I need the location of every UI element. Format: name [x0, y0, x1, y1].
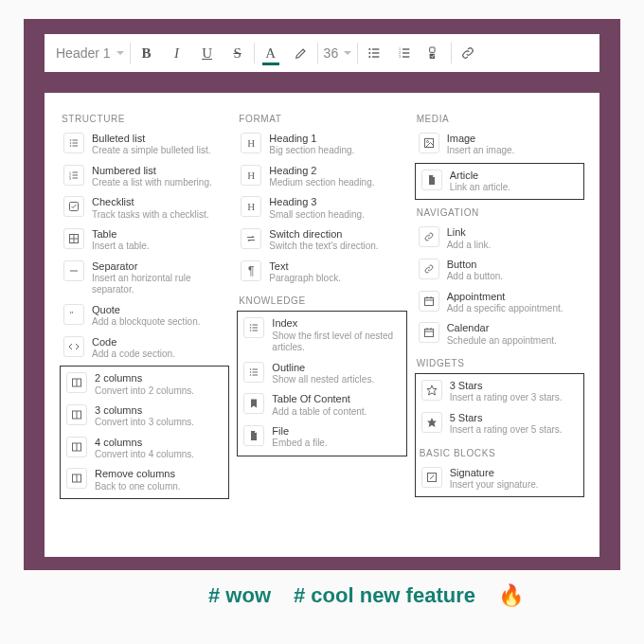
menu-item[interactable]: Checklist Track tasks with a checklist. [60, 192, 229, 224]
menu-item-title: Image [447, 133, 515, 145]
tag-feature: # cool new feature [294, 583, 475, 608]
menu-item-desc: Small section heading. [269, 209, 365, 222]
menu-item[interactable]: 3 Stars Insert a rating over 3 stars. [418, 376, 581, 408]
menu-item[interactable]: Link Add a link. [415, 223, 584, 255]
menu-item[interactable]: Code Add a code section. [60, 332, 229, 365]
menu-item[interactable]: Outline Show all nested articles. [240, 358, 403, 390]
menu-item[interactable]: ” Quote Add a blockquote section. [60, 300, 229, 332]
edit-icon [421, 467, 442, 488]
menu-item-title: Signature [450, 467, 539, 479]
menu-item[interactable]: Separator Insert an horizontal rule sepa… [60, 257, 229, 300]
ordered-list-button[interactable]: 123 [394, 43, 415, 63]
menu-item[interactable]: Appointment Add a specific appointment. [415, 287, 584, 319]
svg-rect-21 [73, 171, 79, 172]
link-icon [419, 226, 439, 247]
unordered-list-button[interactable] [364, 43, 385, 63]
menu-item-title: Heading 3 [269, 196, 365, 208]
svg-point-4 [369, 56, 371, 58]
svg-rect-12 [430, 47, 435, 52]
menu-item[interactable]: Table Of Content Add a table of content. [240, 389, 403, 421]
group-items: 3 Stars Insert a rating over 3 stars. 5 … [415, 373, 584, 497]
menu-item-title: Code [92, 336, 175, 349]
font-color-button[interactable]: A [260, 43, 281, 63]
cols-icon [66, 404, 87, 425]
menu-item[interactable]: Button Add a button. [415, 255, 584, 287]
group-items: Image Insert an image. [415, 129, 584, 161]
menu-item[interactable]: 123 Numbered list Create a list with num… [60, 161, 229, 193]
menu-item[interactable]: File Embed a file. [240, 421, 403, 454]
svg-point-0 [369, 48, 371, 50]
italic-button[interactable]: I [167, 43, 188, 63]
svg-rect-11 [402, 56, 409, 57]
menu-item-desc: Insert an image. [447, 145, 515, 157]
menu-item-title: File [272, 425, 327, 438]
svg-rect-9 [402, 52, 409, 53]
svg-point-14 [70, 139, 72, 141]
menu-item-desc: Medium section heading. [269, 177, 374, 189]
menu-item-desc: Convert into 3 columns. [95, 417, 194, 429]
strikethrough-button[interactable]: S [227, 43, 248, 63]
font-size-value: 36 [324, 45, 339, 61]
menu-item[interactable]: 3 columns Convert into 3 columns. [63, 401, 226, 433]
menu-item[interactable]: Calendar Schedule an appointment. [415, 318, 584, 350]
menu-item-desc: Show the first level of nested articles. [272, 331, 400, 354]
group-label: NAVIGATION [417, 207, 584, 218]
svg-point-50 [250, 374, 252, 376]
menu-item-title: 3 Stars [450, 380, 563, 392]
menu-item[interactable]: Index Show the first level of nested art… [240, 313, 403, 357]
menu-item[interactable]: Image Insert an image. [415, 129, 584, 161]
menu-item-desc: Schedule an appointment. [447, 335, 557, 348]
menu-item-title: Checklist [92, 196, 209, 208]
menu-item[interactable]: Signature Insert your signature. [418, 463, 581, 495]
menu-item-title: Outline [272, 362, 374, 374]
menu-item[interactable]: H Heading 2 Medium section heading. [237, 161, 406, 193]
menu-item-title: Article [450, 170, 510, 182]
svg-point-48 [250, 371, 252, 373]
menu-item[interactable]: Switch direction Switch the text's direc… [237, 224, 406, 257]
checklist-button[interactable] [424, 43, 445, 63]
menu-item-title: Appointment [447, 291, 564, 303]
svg-rect-54 [424, 297, 433, 305]
menu-item[interactable]: Bulleted list Create a simple bulleted l… [60, 129, 229, 161]
minus-icon [63, 260, 84, 281]
menu-item-desc: Big section heading. [269, 145, 354, 157]
bold-button[interactable]: B [136, 43, 157, 63]
menu-item-title: 2 columns [95, 372, 194, 385]
style-select[interactable]: Header 1 [56, 45, 124, 61]
menu-item-title: Heading 1 [269, 133, 354, 145]
editor-frame: Header 1 B I U S A 36 [24, 19, 620, 570]
svg-rect-49 [253, 371, 259, 372]
menu-item[interactable]: Article Link an article. [418, 166, 581, 198]
group-items: Bulleted list Create a simple bulleted l… [60, 129, 229, 364]
menu-item-desc: Add a button. [447, 271, 504, 283]
insert-panel: STRUCTURE Bulleted list Create a simple … [45, 93, 599, 557]
link-button[interactable] [457, 43, 478, 63]
file-icon [421, 170, 442, 190]
font-size-select[interactable]: 36 [324, 45, 352, 61]
menu-item-title: Heading 2 [269, 165, 374, 177]
menu-item[interactable]: 4 columns Convert into 4 columns. [63, 433, 226, 465]
brush-button[interactable] [291, 43, 312, 63]
menu-item-title: Button [447, 259, 504, 271]
group-items: Article Link an article. [415, 163, 584, 201]
menu-item[interactable]: H Heading 3 Small section heading. [237, 192, 406, 224]
quote-icon: ” [63, 304, 84, 325]
menu-item[interactable]: Table Insert a table. [60, 224, 229, 257]
menu-item[interactable]: 5 Stars Insert a rating over 5 stars. [418, 408, 581, 440]
menu-item[interactable]: ¶ Text Paragraph block. [237, 257, 406, 289]
cal-icon [419, 322, 439, 343]
underline-button[interactable]: U [197, 43, 218, 63]
menu-item-desc: Back to one column. [95, 481, 181, 493]
menu-item-desc: Paragraph block. [269, 273, 341, 285]
list-ul-icon [243, 317, 264, 338]
cols-icon [66, 437, 87, 457]
menu-item-desc: Add a table of content. [272, 406, 367, 419]
image-icon [419, 133, 439, 153]
svg-point-2 [369, 52, 371, 54]
menu-item-title: 5 Stars [450, 412, 563, 424]
menu-item-desc: Insert a rating over 5 stars. [450, 424, 563, 437]
menu-item[interactable]: H Heading 1 Big section heading. [237, 129, 406, 161]
menu-item[interactable]: 2 columns Convert into 2 columns. [63, 368, 226, 401]
swap-icon [241, 228, 261, 249]
menu-item[interactable]: Remove columns Back to one column. [63, 464, 226, 496]
